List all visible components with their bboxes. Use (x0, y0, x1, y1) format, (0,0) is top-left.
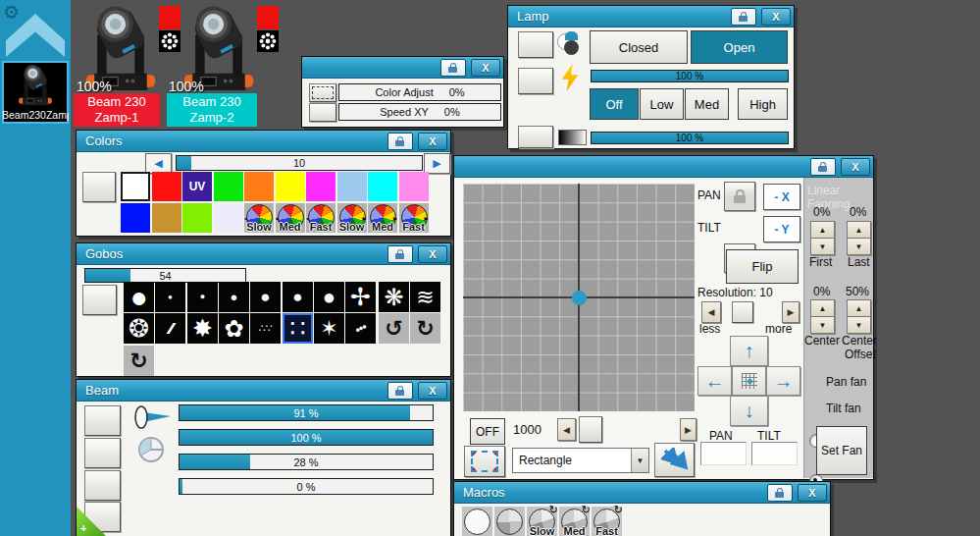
color-wheel-fast-button[interactable]: Fast (306, 203, 335, 233)
swatch-chartreuse[interactable] (182, 203, 212, 233)
lamp-preset-3-button[interactable] (518, 126, 553, 148)
gobo-fan[interactable]: ≋ (410, 282, 440, 312)
swatch-lavender[interactable] (214, 203, 243, 233)
gobo-four-dots-selected[interactable]: ∷ (283, 313, 313, 344)
macro-open-button[interactable] (462, 507, 492, 536)
beam-slider-2[interactable]: 100 % (179, 429, 434, 446)
lock-icon[interactable] (387, 245, 413, 263)
macro-fast-button[interactable]: ↻Fast (592, 507, 622, 536)
lamp-panel-titlebar[interactable]: Lamp X (508, 6, 794, 27)
strobe-med-button[interactable]: Med (685, 88, 729, 120)
center-down-icon[interactable]: ▼ (810, 316, 835, 334)
swatch-blue[interactable] (121, 203, 150, 233)
set-fan-button[interactable]: Set Fan (816, 426, 867, 475)
center-up-icon[interactable]: ▲ (810, 299, 835, 317)
nudge-right-icon[interactable]: → (766, 366, 800, 396)
resolution-less-icon[interactable]: ◀ (701, 301, 721, 323)
close-icon[interactable]: X (418, 382, 447, 400)
first-up-icon[interactable]: ▲ (810, 221, 835, 239)
nudge-up-icon[interactable]: ↑ (730, 336, 768, 366)
strobe-off-button[interactable]: Off (590, 88, 639, 120)
flip-button[interactable]: Flip (726, 249, 799, 284)
speed-thumb[interactable] (579, 416, 602, 443)
invert-x-button[interactable]: - X (763, 184, 800, 210)
color-wheel-fast-rev-button[interactable]: Fast (399, 203, 429, 233)
fixture-1-label[interactable]: Beam 230 Zamp-1 (74, 93, 160, 127)
color-adjust-slider[interactable]: Color Adjust0% (338, 83, 501, 101)
gobo-rotate-ccw-icon[interactable]: ↺ (379, 313, 409, 344)
beam-slider-3[interactable]: 28 % (179, 454, 434, 470)
macro-shade-button[interactable] (494, 507, 525, 536)
center-position-button[interactable] (732, 366, 766, 396)
gobo-rotate-cw-icon[interactable]: ↻ (410, 313, 440, 344)
first-down-icon[interactable]: ▼ (810, 238, 835, 255)
movement-off-button[interactable]: OFF (470, 418, 505, 445)
lock-icon[interactable] (387, 133, 413, 150)
gobo-beans[interactable]: ●●● (345, 313, 376, 344)
pan-lock-button[interactable] (724, 182, 755, 211)
swatch-pink[interactable] (399, 172, 429, 201)
scroll-right-icon[interactable]: ▶ (424, 153, 450, 174)
shape-select-button[interactable] (464, 446, 505, 477)
pan-tilt-grid[interactable] (463, 184, 695, 411)
swatch-tan[interactable] (152, 203, 181, 233)
swatch-orange[interactable] (244, 172, 274, 201)
close-icon[interactable]: X (418, 245, 447, 263)
pan-tilt-panel-titlebar[interactable]: X (454, 156, 873, 178)
dimmer-slider[interactable]: 100 % (591, 70, 789, 82)
gobo-dot-3[interactable]: ● (250, 282, 281, 312)
swatch-green[interactable] (214, 172, 243, 201)
beam-preset-1-button[interactable] (84, 405, 121, 436)
lamp-preset-1-button[interactable] (518, 31, 553, 58)
beam-panel-titlebar[interactable]: Beam X (77, 380, 450, 402)
shape-dropdown[interactable]: Rectangle ▼ (512, 448, 649, 473)
adjust-panel-titlebar[interactable]: X (302, 57, 503, 79)
swatch-magenta[interactable] (306, 172, 335, 201)
fixture-thumbnail[interactable]: Beam230Zamp (2, 61, 69, 124)
beam-preset-3-button[interactable] (84, 470, 121, 501)
lock-icon[interactable] (387, 382, 413, 400)
gobo-swirl[interactable]: ✢ (345, 282, 376, 312)
swatch-red[interactable] (152, 172, 181, 201)
strobe-low-button[interactable]: Low (640, 88, 684, 120)
beam-slider-4[interactable]: 0 % (179, 478, 434, 495)
gobo-dot-1[interactable]: ● (187, 282, 218, 312)
color-wheel-slow-rev-button[interactable]: Slow (337, 203, 367, 233)
resolution-more-icon[interactable]: ▶ (782, 301, 799, 323)
colors-panel-titlebar[interactable]: Colors X (77, 131, 450, 152)
gobo-starburst[interactable]: ✸ (187, 313, 218, 344)
gobo-flower[interactable]: ✿ (219, 313, 249, 344)
gobo-scroll-slider[interactable]: 54 (84, 268, 246, 283)
swatch-yellow[interactable] (276, 172, 305, 201)
close-icon[interactable]: X (418, 133, 447, 150)
invert-y-button[interactable]: - Y (763, 216, 800, 242)
lock-icon[interactable] (440, 59, 466, 77)
gobo-dot-2[interactable]: ● (219, 282, 249, 312)
tilt-value-field[interactable] (751, 442, 798, 465)
gobos-preset-button[interactable] (82, 285, 117, 315)
color-scroll-slider[interactable]: 10 (176, 155, 423, 171)
close-icon[interactable]: X (841, 158, 870, 176)
gobo-circle-1[interactable]: ● (283, 282, 313, 312)
adjust-preset-2-button[interactable] (309, 103, 336, 122)
gobo-stripes[interactable]: ∕∕∕ (155, 313, 185, 344)
pan-value-field[interactable] (700, 442, 747, 465)
lock-icon[interactable] (767, 484, 793, 502)
strobe-high-button[interactable]: High (738, 88, 788, 120)
swatch-lightblue[interactable] (337, 172, 367, 201)
fixture-2-label[interactable]: Beam 230 Zamp-2 (167, 93, 257, 127)
scroll-left-icon[interactable]: ◀ (145, 153, 172, 174)
run-movement-button[interactable] (654, 443, 695, 477)
dimmer2-slider[interactable]: 100 % (591, 132, 789, 144)
close-icon[interactable]: X (761, 8, 791, 26)
lock-icon[interactable] (731, 8, 756, 26)
adjust-preset-1-button[interactable] (309, 83, 336, 102)
beam-slider-1[interactable]: 91 % (179, 404, 434, 421)
gobo-dot-ring[interactable]: ❂ (124, 313, 154, 344)
macro-slow-button[interactable]: ↻Slow (527, 507, 557, 536)
beam-preset-2-button[interactable] (84, 438, 121, 468)
color-wheel-med-rev-button[interactable]: Med (368, 203, 397, 233)
gobos-panel-titlebar[interactable]: Gobos X (77, 243, 450, 265)
position-dot[interactable] (572, 291, 587, 305)
shutter-closed-button[interactable]: Closed (590, 30, 688, 64)
